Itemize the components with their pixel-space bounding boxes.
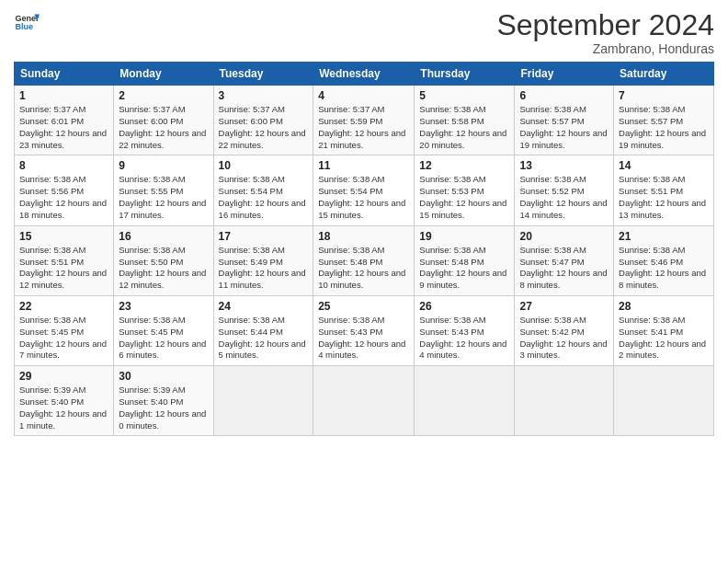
day-number: 2 <box>119 89 208 102</box>
sunrise-label: Sunrise: 5:37 AM <box>119 104 185 114</box>
col-wednesday: Wednesday <box>313 63 415 86</box>
day-info: Sunrise: 5:39 AM Sunset: 5:40 PM Dayligh… <box>19 385 108 431</box>
sunrise-label: Sunrise: 5:38 AM <box>119 315 185 325</box>
table-row: 26 Sunrise: 5:38 AM Sunset: 5:43 PM Dayl… <box>415 295 515 365</box>
daylight-label: Daylight: 12 hours and 21 minutes. <box>318 128 405 150</box>
sunset-label: Sunset: 5:46 PM <box>619 257 683 267</box>
daylight-label: Daylight: 12 hours and 19 minutes. <box>519 128 607 150</box>
daylight-label: Daylight: 12 hours and 7 minutes. <box>19 339 107 361</box>
day-number: 12 <box>419 159 509 172</box>
daylight-label: Daylight: 12 hours and 6 minutes. <box>119 339 206 361</box>
daylight-label: Daylight: 12 hours and 2 minutes. <box>619 339 706 361</box>
daylight-label: Daylight: 12 hours and 22 minutes. <box>119 128 206 150</box>
sunrise-label: Sunrise: 5:38 AM <box>419 315 485 325</box>
sunrise-label: Sunrise: 5:38 AM <box>19 245 85 255</box>
day-number: 20 <box>519 230 609 243</box>
day-info: Sunrise: 5:38 AM Sunset: 5:45 PM Dayligh… <box>119 315 208 362</box>
daylight-label: Daylight: 12 hours and 15 minutes. <box>318 198 405 220</box>
table-row: 14 Sunrise: 5:38 AM Sunset: 5:51 PM Dayl… <box>614 155 714 225</box>
sunrise-label: Sunrise: 5:38 AM <box>619 174 685 184</box>
sunrise-label: Sunrise: 5:38 AM <box>419 174 485 184</box>
sunrise-label: Sunrise: 5:38 AM <box>519 104 586 114</box>
sunrise-label: Sunrise: 5:37 AM <box>219 104 285 114</box>
sunset-label: Sunset: 5:57 PM <box>619 116 683 126</box>
day-info: Sunrise: 5:38 AM Sunset: 5:46 PM Dayligh… <box>619 245 709 292</box>
day-info: Sunrise: 5:38 AM Sunset: 5:41 PM Dayligh… <box>619 315 709 362</box>
daylight-label: Daylight: 12 hours and 15 minutes. <box>419 198 506 220</box>
sunset-label: Sunset: 5:47 PM <box>519 257 584 267</box>
day-number: 21 <box>619 230 709 243</box>
col-monday: Monday <box>114 63 213 86</box>
table-row: 24 Sunrise: 5:38 AM Sunset: 5:44 PM Dayl… <box>213 295 313 365</box>
day-info: Sunrise: 5:38 AM Sunset: 5:54 PM Dayligh… <box>219 174 309 221</box>
sunset-label: Sunset: 5:42 PM <box>519 327 584 337</box>
sunset-label: Sunset: 5:58 PM <box>419 116 483 126</box>
day-number: 27 <box>519 300 609 313</box>
sunset-label: Sunset: 5:48 PM <box>318 257 382 267</box>
sunset-label: Sunset: 5:56 PM <box>19 186 84 196</box>
sunrise-label: Sunrise: 5:38 AM <box>318 245 384 255</box>
day-number: 11 <box>318 159 409 172</box>
sunrise-label: Sunrise: 5:38 AM <box>519 315 586 325</box>
sunrise-label: Sunrise: 5:38 AM <box>519 174 586 184</box>
sunset-label: Sunset: 5:44 PM <box>219 327 283 337</box>
table-row: 5 Sunrise: 5:38 AM Sunset: 5:58 PM Dayli… <box>415 86 515 155</box>
daylight-label: Daylight: 12 hours and 22 minutes. <box>219 128 306 150</box>
table-row <box>415 366 515 436</box>
sunset-label: Sunset: 5:59 PM <box>318 116 382 126</box>
table-row: 19 Sunrise: 5:38 AM Sunset: 5:48 PM Dayl… <box>415 225 515 295</box>
daylight-label: Daylight: 12 hours and 20 minutes. <box>419 128 506 150</box>
day-info: Sunrise: 5:38 AM Sunset: 5:52 PM Dayligh… <box>519 174 609 221</box>
sunrise-label: Sunrise: 5:38 AM <box>19 315 85 325</box>
day-info: Sunrise: 5:37 AM Sunset: 6:00 PM Dayligh… <box>119 104 208 151</box>
day-number: 4 <box>318 89 409 102</box>
sunrise-label: Sunrise: 5:38 AM <box>318 315 384 325</box>
sunset-label: Sunset: 6:01 PM <box>19 116 84 126</box>
table-row <box>614 366 714 436</box>
sunset-label: Sunset: 5:48 PM <box>419 257 483 267</box>
location: Zambrano, Honduras <box>496 41 714 56</box>
day-number: 15 <box>19 230 108 243</box>
daylight-label: Daylight: 12 hours and 8 minutes. <box>519 268 607 290</box>
sunset-label: Sunset: 5:40 PM <box>19 396 84 407</box>
day-info: Sunrise: 5:38 AM Sunset: 5:43 PM Dayligh… <box>419 315 509 362</box>
sunset-label: Sunset: 5:51 PM <box>619 186 683 196</box>
table-row: 10 Sunrise: 5:38 AM Sunset: 5:54 PM Dayl… <box>213 155 313 225</box>
col-saturday: Saturday <box>614 63 714 86</box>
sunrise-label: Sunrise: 5:38 AM <box>419 104 485 114</box>
day-info: Sunrise: 5:38 AM Sunset: 5:54 PM Dayligh… <box>318 174 409 221</box>
table-row: 2 Sunrise: 5:37 AM Sunset: 6:00 PM Dayli… <box>114 86 213 155</box>
day-number: 10 <box>219 159 309 172</box>
logo: General Blue <box>14 9 40 35</box>
daylight-label: Daylight: 12 hours and 11 minutes. <box>219 268 306 290</box>
daylight-label: Daylight: 12 hours and 10 minutes. <box>318 268 405 290</box>
daylight-label: Daylight: 12 hours and 18 minutes. <box>19 198 107 220</box>
daylight-label: Daylight: 12 hours and 17 minutes. <box>119 198 206 220</box>
logo-icon: General Blue <box>14 9 40 35</box>
daylight-label: Daylight: 12 hours and 23 minutes. <box>19 128 107 150</box>
sunset-label: Sunset: 6:00 PM <box>219 116 283 126</box>
day-info: Sunrise: 5:37 AM Sunset: 5:59 PM Dayligh… <box>318 104 409 151</box>
sunrise-label: Sunrise: 5:38 AM <box>619 315 685 325</box>
day-info: Sunrise: 5:38 AM Sunset: 5:56 PM Dayligh… <box>19 174 108 221</box>
day-number: 25 <box>318 300 409 313</box>
col-friday: Friday <box>515 63 614 86</box>
sunrise-label: Sunrise: 5:39 AM <box>19 385 85 395</box>
daylight-label: Daylight: 12 hours and 5 minutes. <box>219 339 306 361</box>
daylight-label: Daylight: 12 hours and 16 minutes. <box>219 198 306 220</box>
table-row: 25 Sunrise: 5:38 AM Sunset: 5:43 PM Dayl… <box>313 295 415 365</box>
sunset-label: Sunset: 5:45 PM <box>19 327 84 337</box>
sunrise-label: Sunrise: 5:39 AM <box>119 385 185 395</box>
day-number: 26 <box>419 300 509 313</box>
page: General Blue September 2024 Zambrano, Ho… <box>0 0 728 563</box>
day-info: Sunrise: 5:38 AM Sunset: 5:57 PM Dayligh… <box>619 104 709 151</box>
header: General Blue September 2024 Zambrano, Ho… <box>14 9 714 56</box>
daylight-label: Daylight: 12 hours and 3 minutes. <box>519 339 607 361</box>
table-row <box>313 366 415 436</box>
calendar-week-row: 29 Sunrise: 5:39 AM Sunset: 5:40 PM Dayl… <box>15 366 714 436</box>
sunrise-label: Sunrise: 5:38 AM <box>419 245 485 255</box>
sunrise-label: Sunrise: 5:37 AM <box>318 104 384 114</box>
day-number: 13 <box>519 159 609 172</box>
daylight-label: Daylight: 12 hours and 19 minutes. <box>619 128 706 150</box>
day-number: 14 <box>619 159 709 172</box>
